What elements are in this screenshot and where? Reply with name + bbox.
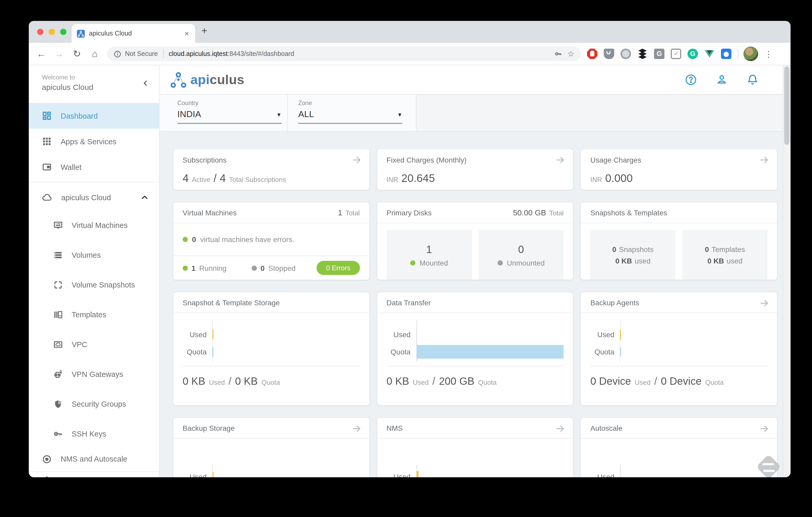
help-icon[interactable] [685, 74, 697, 86]
snapshots-templates-card[interactable]: Snapshots & Templates 0 Snapshots 0 KB [580, 202, 778, 280]
total-label: Total [549, 209, 564, 217]
vm-errors-status: 0 virtual machines have errors. [173, 223, 369, 256]
security-groups-icon [53, 399, 63, 408]
address-bar[interactable]: Not Secure cloud.apiculus.iqtest:8443/si… [107, 47, 581, 61]
sidebar-item-vpn-gateways[interactable]: VPN Gateways [29, 359, 159, 389]
zone-value: ALL [298, 109, 397, 120]
browser-menu-icon[interactable]: ⋮ [764, 49, 773, 59]
home-icon[interactable]: ⌂ [89, 48, 100, 59]
card-header: Backup Agents [581, 292, 777, 313]
vue-devtools-extension-icon[interactable] [704, 49, 715, 59]
info-icon[interactable] [114, 50, 121, 58]
caret-down-icon: ▼ [397, 112, 402, 117]
country-select[interactable]: INDIA ▼ [177, 109, 282, 124]
apps-grid-icon [42, 136, 52, 146]
card-title: Data Transfer [386, 298, 431, 307]
sidebar-item-volumes[interactable]: Volumes [29, 240, 159, 270]
sidebar-item-wallet[interactable]: Wallet [29, 154, 159, 180]
unmounted-panel: 0 Unmounted [478, 230, 564, 280]
page-scrollbar[interactable] [783, 65, 790, 477]
errors-button[interactable]: 0 Errors [317, 261, 360, 275]
url-text: cloud.apiculus.iqtest:8443/site/#/dashbo… [169, 50, 554, 58]
pocket-shield-extension-icon[interactable] [604, 49, 614, 59]
used-label: Used [377, 473, 416, 477]
used-value: 0 KB [182, 375, 205, 387]
reload-icon[interactable]: ↻ [72, 48, 82, 60]
zone-label: Zone [298, 100, 416, 106]
arrow-right-icon[interactable] [555, 423, 566, 434]
window-zoom-button[interactable] [60, 29, 66, 35]
stopped-count: 0 [261, 264, 265, 272]
sidebar-item-dashboard[interactable]: Dashboard [29, 103, 159, 129]
notifications-bell-icon[interactable] [747, 74, 759, 86]
tasks-check-extension-icon[interactable] [671, 49, 681, 59]
used-bar [620, 330, 621, 339]
primary-disks-card[interactable]: Primary Disks 50.00 GB Total 1 [376, 202, 573, 280]
chevron-up-icon[interactable] [141, 193, 149, 201]
apiculus-logo[interactable]: apiculus [170, 71, 244, 89]
scrollbar-thumb[interactable] [784, 66, 789, 145]
forward-icon[interactable]: → [54, 48, 64, 59]
main-content: apiculus [160, 65, 783, 477]
browser-toolbar: ← → ↻ ⌂ Not Secure cloud.apiculus.iqtest… [29, 43, 790, 65]
sidebar-item-security-groups[interactable]: Security Groups [29, 389, 159, 419]
sidebar-item-nms-autoscale[interactable]: NMS and Autoscale [29, 449, 159, 469]
arrow-right-icon[interactable] [351, 423, 362, 434]
autoscale-card[interactable]: Autoscale Used [580, 417, 778, 477]
mounted-label-row: Mounted [410, 258, 448, 267]
sidebar-collapse-icon[interactable] [141, 79, 150, 87]
subscriptions-card[interactable]: Subscriptions 4 Active / 4 Total Subscri… [173, 149, 370, 190]
bookmark-star-icon[interactable]: ☆ [568, 49, 575, 59]
card-header: Snapshots & Templates [581, 202, 777, 223]
sidebar-item-templates[interactable]: Templates [29, 300, 159, 329]
sidebar-group-apiculus-cloud[interactable]: apiculus Cloud [29, 185, 159, 210]
window-close-button[interactable] [37, 29, 44, 35]
grammarly-extension-icon[interactable]: G [688, 49, 698, 59]
browser-tab[interactable]: apiculus Cloud × [72, 24, 195, 43]
new-tab-button[interactable]: + [201, 25, 207, 37]
arrow-right-icon[interactable] [759, 298, 770, 308]
back-icon[interactable]: ← [36, 48, 47, 59]
sidebar-item-volume-snapshots[interactable]: Volume Snapshots [29, 270, 159, 300]
quota-bar [620, 347, 621, 357]
dashboard-cards: Subscriptions 4 Active / 4 Total Subscri… [160, 132, 783, 477]
nms-card[interactable]: NMS Used [376, 417, 573, 477]
card-title: Backup Agents [590, 298, 639, 307]
fixed-charges-card[interactable]: Fixed Charges (Monthly) INR 20.645 [376, 149, 573, 190]
app-header: apiculus [160, 65, 783, 95]
usage-charges-card[interactable]: Usage Charges INR 0.000 [580, 149, 778, 190]
password-key-icon[interactable] [554, 50, 562, 58]
virtual-machines-icon [53, 220, 63, 230]
screen-capture-extension-icon[interactable] [721, 49, 731, 59]
sidebar-item-vpc[interactable]: VPC [29, 329, 159, 359]
layers-extension-icon[interactable] [637, 49, 648, 59]
user-icon[interactable] [716, 74, 728, 86]
privacy-ring-extension-icon[interactable] [620, 49, 631, 59]
data-transfer-card[interactable]: Data Transfer Used Quota [376, 292, 573, 406]
arrow-right-icon[interactable] [555, 155, 566, 165]
snapshot-template-storage-card[interactable]: Snapshot & Template Storage Used Quota [173, 292, 370, 406]
country-filter: Country INDIA ▼ [160, 95, 288, 131]
sidebar-item-apps-services[interactable]: Apps & Services [29, 129, 159, 154]
window-minimize-button[interactable] [49, 29, 55, 35]
arrow-right-icon[interactable] [759, 423, 770, 434]
zone-select[interactable]: ALL ▼ [298, 109, 402, 124]
g-extension-icon[interactable]: G [654, 49, 664, 59]
url-host: cloud.apiculus.iqtest [169, 50, 228, 58]
sidebar-item-ssh-keys[interactable]: SSH Keys [29, 419, 159, 449]
sidebar-item-partial[interactable] [29, 475, 159, 477]
adblock-extension-icon[interactable] [587, 49, 598, 59]
profile-avatar[interactable] [744, 47, 758, 61]
backup-agents-card[interactable]: Backup Agents Used Quota [580, 292, 778, 406]
tab-close-icon[interactable]: × [184, 29, 190, 38]
quota-value: 0 Device [661, 375, 702, 387]
arrow-right-icon[interactable] [759, 155, 770, 165]
sidebar-item-label: Volumes [72, 251, 101, 259]
card-title: Snapshot & Template Storage [182, 298, 280, 307]
logo-text: apiculus [191, 72, 244, 87]
backup-storage-card[interactable]: Backup Storage Used [173, 417, 370, 477]
arrow-right-icon[interactable] [351, 155, 362, 165]
sidebar-item-virtual-machines[interactable]: Virtual Machines [29, 210, 159, 240]
virtual-machines-card[interactable]: Virtual Machines 1 Total 0 virtual machi… [173, 202, 370, 280]
mounted-label: Mounted [419, 258, 448, 267]
